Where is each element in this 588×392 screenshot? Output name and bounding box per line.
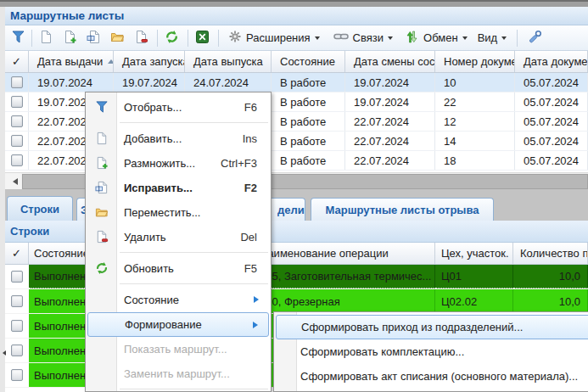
wrench-icon <box>528 30 542 47</box>
doc-minus-icon <box>134 30 148 47</box>
doc-plus-icon <box>63 30 77 47</box>
row-checkbox[interactable] <box>11 96 23 108</box>
extensions-menu-button[interactable]: Расширения <box>228 30 320 46</box>
refresh-button[interactable] <box>162 29 181 48</box>
menu-item-state[interactable]: Состояние <box>87 288 269 312</box>
tab-detach-route-sheets[interactable]: Маршрутные листы отрыва <box>311 198 494 221</box>
toolbar-separator <box>517 30 518 47</box>
column-header[interactable]: Наименование операции <box>255 243 435 264</box>
gear-icon <box>228 30 242 46</box>
add-button[interactable] <box>36 29 55 48</box>
toolbar-separator <box>218 30 219 47</box>
excel-export-button[interactable] <box>193 29 211 48</box>
open-folder-icon <box>94 204 109 220</box>
column-header[interactable]: Дата запуска п <box>114 51 185 72</box>
row-checkbox[interactable] <box>11 76 23 88</box>
sort-asc-icon <box>108 56 114 64</box>
scroll-left-button[interactable] <box>5 173 21 190</box>
column-header[interactable]: Дата документ <box>515 51 588 72</box>
menu-item-generation[interactable]: Формирование <box>87 312 269 337</box>
left-arrow-icon <box>9 178 18 185</box>
menu-item-refresh[interactable]: Обновить F5 <box>87 256 269 281</box>
select-all-header[interactable]: ✓ <box>5 243 29 264</box>
menu-item-duplicate[interactable]: Размножить... Ctrl+F3 <box>87 151 269 176</box>
doc-edit-icon <box>87 30 101 47</box>
row-checkbox[interactable] <box>11 135 23 147</box>
section-title: Строки <box>10 225 49 238</box>
column-header[interactable]: Дата смены сос <box>345 51 435 72</box>
generation-submenu: Сформировать приход из подразделений... … <box>273 311 588 392</box>
chevron-down-icon <box>501 36 507 42</box>
toolbar-separator <box>31 30 32 47</box>
duplicate-button[interactable] <box>60 29 79 48</box>
chevron-down-icon <box>388 36 393 42</box>
toolbar-separator <box>157 30 158 47</box>
column-header[interactable]: Цех, участок. <box>435 243 513 264</box>
submenu-arrow-icon <box>253 322 261 328</box>
row-checkbox[interactable] <box>11 271 23 283</box>
row-checkbox[interactable] <box>11 320 23 332</box>
extensions-menu-label: Расширения <box>246 31 311 44</box>
new-doc-icon <box>39 30 53 47</box>
column-header[interactable]: Количество пл <box>513 243 588 264</box>
filter-icon <box>11 30 25 47</box>
menu-item-replace-route: Заменить маршрут... <box>87 361 269 386</box>
select-all-header[interactable]: ✓ <box>5 51 29 72</box>
exchange-menu-button[interactable]: Обмен <box>405 30 468 47</box>
menu-item-move[interactable]: Переместить... <box>87 200 269 225</box>
chevron-down-icon <box>462 36 468 42</box>
submenu-arrow-icon <box>254 296 262 303</box>
doc-minus-icon <box>94 229 109 244</box>
submenu-item-kitting[interactable]: Сформировать комплектацию... <box>276 339 588 364</box>
table-row[interactable]: 19.07.2024 19.07.2024 24.07.2024 В работ… <box>5 73 588 92</box>
delete-button[interactable] <box>132 29 150 48</box>
view-menu-label: Вид <box>478 31 498 44</box>
app-window: Маршрутные листы Расширения Связи Обмен <box>0 0 588 392</box>
menu-item-add[interactable]: Добавить... Ins <box>87 126 269 151</box>
toolbar-separator <box>188 30 188 47</box>
row-checkbox[interactable] <box>11 154 23 166</box>
table-header: ✓ Дата выдачи Дата запуска п Дата выпуск… <box>5 51 588 73</box>
menu-item-show-route: Показать маршрут... <box>87 337 269 361</box>
column-header[interactable]: Состояние <box>272 51 345 72</box>
row-checkbox[interactable] <box>11 295 23 307</box>
link-icon <box>333 31 349 45</box>
chevron-down-icon <box>315 36 320 42</box>
panel-title-text: Маршрутные листы <box>10 9 124 22</box>
menu-item-edit[interactable]: Исправить... F2 <box>87 176 269 200</box>
open-folder-icon <box>110 30 125 47</box>
column-header[interactable]: Номер докуме <box>435 51 515 72</box>
menu-separator <box>120 389 268 390</box>
menu-item-delete[interactable]: Удалить Del <box>87 225 269 249</box>
submenu-item-receipt[interactable]: Сформировать приход из подразделений... <box>276 315 588 339</box>
refresh-icon <box>165 30 179 47</box>
submenu-item-writeoff-act[interactable]: Сформировать акт списания (основного мат… <box>276 364 588 389</box>
menu-item-filter[interactable]: Отобрать... F6 <box>87 95 269 120</box>
edit-button[interactable] <box>84 29 103 48</box>
excel-icon <box>195 30 210 47</box>
doc-edit-icon <box>94 180 109 195</box>
column-header[interactable]: Дата выдачи <box>29 51 114 72</box>
column-header[interactable]: Дата выпуска <box>185 51 272 72</box>
row-checkbox[interactable] <box>11 344 23 356</box>
tools-button[interactable] <box>525 29 544 48</box>
row-checkbox[interactable] <box>11 369 23 381</box>
move-button[interactable] <box>108 29 126 48</box>
menu-separator <box>120 283 268 285</box>
links-menu-label: Связи <box>353 31 384 44</box>
filter-button[interactable] <box>8 29 27 48</box>
window-top-edge <box>0 0 588 7</box>
context-menu: Отобрать... F6 Добавить... Ins Размножит… <box>85 92 272 392</box>
menu-separator <box>120 252 268 254</box>
filter-icon <box>94 99 109 115</box>
view-menu-button[interactable]: Вид <box>478 31 507 44</box>
menu-separator <box>120 122 268 124</box>
left-scroll-marker[interactable] <box>0 348 5 358</box>
left-arrow-icon <box>0 350 6 356</box>
row-checkbox[interactable] <box>11 115 23 127</box>
tab-lines[interactable]: Строки <box>7 196 73 221</box>
refresh-icon <box>94 260 109 276</box>
panel-title: Маршрутные листы <box>5 7 588 25</box>
links-menu-button[interactable]: Связи <box>333 31 393 45</box>
toolbar: Расширения Связи Обмен Вид <box>5 25 588 51</box>
